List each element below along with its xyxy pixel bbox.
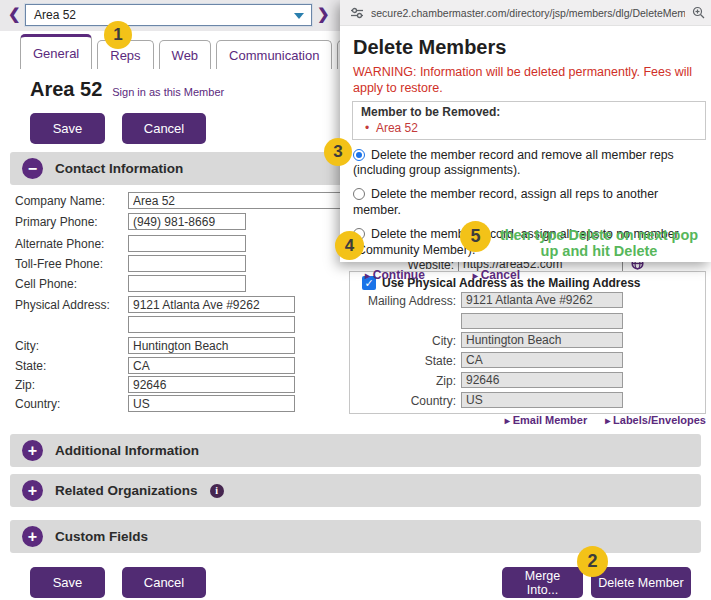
physical-address-input[interactable] bbox=[128, 296, 295, 313]
mailing-address-line2-input bbox=[461, 313, 623, 329]
mailing-city-input bbox=[461, 332, 623, 348]
form-row: Mailing Address: bbox=[350, 292, 705, 309]
member-heading: Area 52 Sign in as this Member bbox=[30, 78, 224, 101]
tab-web[interactable]: Web bbox=[159, 40, 212, 69]
toll-free-phone-input[interactable] bbox=[128, 255, 246, 272]
mailing-address-label: Mailing Address: bbox=[350, 294, 456, 308]
step-badge-3: 3 bbox=[324, 138, 352, 166]
mailing-country-input bbox=[461, 392, 623, 408]
mailing-address-box: Use Physical Address as the Mailing Addr… bbox=[349, 271, 706, 414]
form-row: Physical Address: bbox=[15, 296, 375, 314]
section-title: Contact Information bbox=[55, 161, 183, 176]
email-member-link[interactable]: Email Member bbox=[505, 414, 587, 426]
company-name-label: Company Name: bbox=[15, 194, 105, 208]
delete-members-dialog: secure2.chambermaster.com/directory/jsp/… bbox=[340, 0, 711, 262]
dialog-title: Delete Members bbox=[353, 36, 711, 59]
next-member-icon[interactable] bbox=[317, 5, 330, 23]
form-row: Cell Phone: bbox=[15, 275, 375, 293]
expand-plus-icon bbox=[22, 480, 43, 501]
expand-plus-icon bbox=[22, 526, 43, 547]
form-row: State: bbox=[15, 357, 375, 375]
physical-address-label: Physical Address: bbox=[15, 298, 110, 312]
tab-communication[interactable]: Communication bbox=[216, 40, 332, 69]
section-title: Related Organizations bbox=[55, 483, 198, 498]
country-input[interactable] bbox=[128, 395, 295, 412]
delete-member-button[interactable]: Delete Member bbox=[591, 567, 691, 598]
tab-general[interactable]: General bbox=[20, 34, 92, 69]
member-to-remove-box: Member to be Removed: Area 52 bbox=[352, 101, 706, 140]
mailing-zip-label: Zip: bbox=[350, 374, 456, 388]
expand-plus-icon bbox=[22, 440, 43, 461]
continue-link[interactable]: Continue bbox=[365, 268, 425, 282]
form-row: City: bbox=[15, 337, 375, 355]
tab-bar: General Reps Web Communication Acco bbox=[20, 34, 392, 69]
zoom-icon[interactable] bbox=[692, 6, 705, 19]
delete-option-assign-another-member[interactable]: Delete the member record, assign all rep… bbox=[353, 187, 698, 219]
form-row: Alternate Phone: bbox=[15, 235, 375, 253]
mailing-state-input bbox=[461, 352, 623, 368]
cancel-button[interactable]: Cancel bbox=[122, 113, 206, 144]
save-button-bottom[interactable]: Save bbox=[30, 567, 105, 598]
chevron-down-icon[interactable] bbox=[294, 13, 304, 19]
dialog-url: secure2.chambermaster.com/directory/jsp/… bbox=[371, 7, 685, 19]
form-row: Company Name: bbox=[15, 192, 375, 210]
city-label: City: bbox=[15, 339, 39, 353]
section-additional-information[interactable]: Additional Information bbox=[10, 434, 701, 467]
labels-envelopes-link[interactable]: Labels/Envelopes bbox=[605, 414, 706, 426]
step-badge-5: 5 bbox=[460, 221, 491, 252]
primary-phone-input[interactable] bbox=[128, 213, 246, 230]
member-box-title: Member to be Removed: bbox=[361, 105, 697, 119]
form-row bbox=[15, 316, 375, 334]
form-row: State: bbox=[350, 352, 705, 369]
dialog-warning: WARNING: Information will be deleted per… bbox=[353, 64, 698, 97]
radio-icon[interactable] bbox=[353, 188, 365, 200]
save-button[interactable]: Save bbox=[30, 113, 105, 144]
step-badge-1: 1 bbox=[104, 21, 132, 49]
site-settings-icon[interactable] bbox=[350, 6, 364, 20]
merge-into-button[interactable]: Merge Into... bbox=[502, 567, 583, 598]
cell-phone-input[interactable] bbox=[128, 275, 246, 292]
section-title: Custom Fields bbox=[55, 529, 148, 544]
delete-option-remove-all-reps[interactable]: Delete the member record and remove all … bbox=[353, 148, 698, 180]
form-row: Zip: bbox=[15, 376, 375, 394]
member-selector[interactable]: Area 52 bbox=[25, 4, 312, 26]
section-related-organizations[interactable]: Related Organizations bbox=[10, 474, 701, 507]
form-row: City: bbox=[350, 332, 705, 349]
member-box-item: Area 52 bbox=[361, 121, 697, 135]
mailing-city-label: City: bbox=[350, 334, 456, 348]
cancel-button-bottom[interactable]: Cancel bbox=[122, 567, 206, 598]
info-icon[interactable] bbox=[210, 484, 224, 498]
section-title: Additional Information bbox=[55, 443, 199, 458]
annotation-note: then type Delete on next pop up and hit … bbox=[490, 228, 708, 260]
mail-links: Email Member Labels/Envelopes bbox=[505, 414, 706, 426]
country-label: Country: bbox=[15, 397, 60, 411]
form-row: Country: bbox=[350, 392, 705, 409]
state-input[interactable] bbox=[128, 357, 295, 374]
form-row: Country: bbox=[15, 395, 375, 413]
alternate-phone-input[interactable] bbox=[128, 235, 246, 252]
form-row bbox=[350, 313, 705, 330]
previous-member-icon[interactable] bbox=[8, 5, 21, 23]
member-selector-value: Area 52 bbox=[34, 8, 76, 22]
dialog-url-bar: secure2.chambermaster.com/directory/jsp/… bbox=[340, 0, 711, 26]
page-title: Area 52 bbox=[30, 78, 102, 101]
city-input[interactable] bbox=[128, 337, 295, 354]
step-badge-2: 2 bbox=[577, 546, 608, 577]
physical-address-line2-input[interactable] bbox=[128, 316, 295, 333]
form-row: Primary Phone: bbox=[15, 213, 375, 231]
screen: Area 52 General Reps Web Communication A… bbox=[0, 0, 711, 600]
contact-form: Company Name: Primary Phone: Alternate P… bbox=[15, 192, 375, 422]
form-row: Zip: bbox=[350, 372, 705, 389]
mailing-country-label: Country: bbox=[350, 394, 456, 408]
mailing-address-input bbox=[461, 292, 623, 308]
form-row: Toll-Free Phone: bbox=[15, 255, 375, 273]
zip-input[interactable] bbox=[128, 376, 295, 393]
alternate-phone-label: Alternate Phone: bbox=[15, 237, 104, 251]
company-name-input[interactable] bbox=[128, 192, 360, 209]
dialog-cancel-link[interactable]: Cancel bbox=[473, 268, 520, 282]
sign-in-as-member-link[interactable]: Sign in as this Member bbox=[112, 86, 224, 98]
primary-phone-label: Primary Phone: bbox=[15, 215, 98, 229]
collapse-minus-icon bbox=[22, 158, 43, 179]
radio-selected-icon[interactable] bbox=[353, 149, 365, 161]
zip-label: Zip: bbox=[15, 378, 35, 392]
